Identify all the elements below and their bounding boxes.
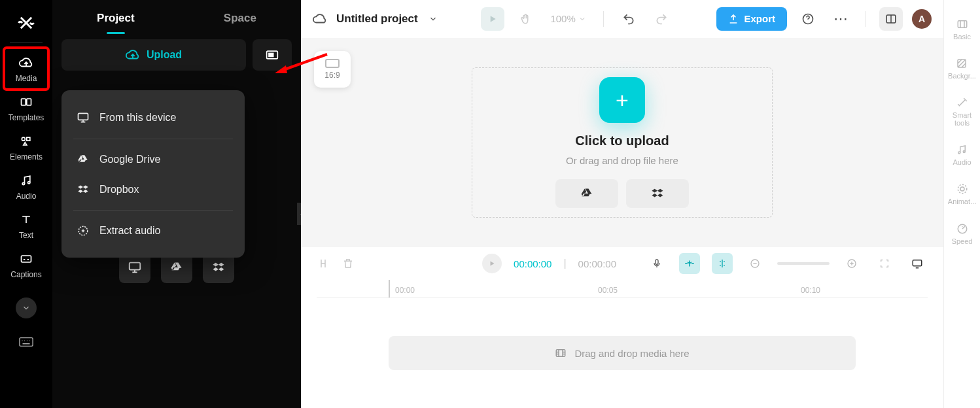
google-drive-icon <box>76 154 90 165</box>
aspect-ratio-button[interactable] <box>253 39 292 71</box>
cloud-upload-icon <box>19 56 33 70</box>
more-menu-button[interactable]: ⋯ <box>829 7 852 31</box>
app-logo <box>0 8 52 38</box>
zoom-level[interactable]: 100% <box>546 13 589 24</box>
monitor-icon <box>76 111 90 124</box>
timeline-total-time: 00:00:00 <box>578 258 616 269</box>
timeline-drop-track[interactable]: Drag and drop media here <box>389 336 856 370</box>
cloud-icon <box>313 12 327 26</box>
left-tool-rail: Media Templates Elements Audio Text <box>0 0 52 408</box>
media-panel: Project Space Upload <box>52 0 301 408</box>
timeline-current-time: 00:00:00 <box>514 258 551 269</box>
svg-point-25 <box>964 151 966 153</box>
upload-button[interactable]: Upload <box>61 39 246 71</box>
rail-item-media[interactable]: Media <box>5 49 47 88</box>
canvas-dropbox-button[interactable] <box>626 179 689 208</box>
svg-rect-21 <box>557 350 566 357</box>
playhead[interactable] <box>389 280 390 298</box>
zoom-out-button[interactable] <box>744 253 765 274</box>
rail-item-elements[interactable]: Elements <box>5 128 47 167</box>
track-drop-hint: Drag and drop media here <box>574 348 689 359</box>
rail-label: Elements <box>10 152 43 162</box>
keyboard-icon[interactable] <box>16 334 37 350</box>
upload-subtitle: Or drag and drop file here <box>566 155 678 166</box>
ruler-mark: 00:05 <box>598 286 618 295</box>
menu-item-extract-audio[interactable]: Extract audio <box>61 216 245 246</box>
aspect-ratio-badge[interactable]: 16:9 <box>314 51 351 88</box>
chevron-down-icon[interactable] <box>429 14 438 24</box>
rail-more-button[interactable] <box>16 298 37 318</box>
timeline-play-button[interactable] <box>482 254 502 273</box>
canvas-stage: 16:9 + Click to upload Or drag and drop … <box>301 38 943 247</box>
svg-rect-1 <box>27 99 31 105</box>
prop-item-basic[interactable]: Basic <box>953 18 971 41</box>
rail-item-templates[interactable]: Templates <box>5 88 47 128</box>
upload-plus-button[interactable]: + <box>599 77 645 123</box>
tab-space[interactable]: Space <box>219 4 262 33</box>
prop-item-animation[interactable]: Animat... <box>948 183 976 205</box>
zoom-in-button[interactable] <box>841 253 862 274</box>
menu-label: From this device <box>99 112 176 124</box>
split-button[interactable] <box>317 257 330 270</box>
user-avatar[interactable]: A <box>912 9 932 29</box>
play-preview-button <box>481 7 504 31</box>
rail-label: Templates <box>9 113 44 122</box>
hand-tool-button[interactable] <box>514 7 537 31</box>
snap-toggle-button[interactable] <box>679 253 700 274</box>
svg-point-24 <box>958 152 960 154</box>
timeline-zoom-slider[interactable] <box>777 262 830 265</box>
svg-rect-0 <box>22 99 26 105</box>
elements-icon <box>20 134 33 148</box>
dropbox-icon <box>76 184 90 196</box>
svg-rect-17 <box>656 260 658 264</box>
fit-timeline-button[interactable] <box>874 253 895 274</box>
timeline-controls: 00:00:00 | 00:00:00 <box>301 247 943 280</box>
prop-item-background[interactable]: Backgr... <box>948 58 976 80</box>
menu-item-dropbox[interactable]: Dropbox <box>61 175 245 205</box>
cloud-upload-icon <box>126 48 140 62</box>
svg-point-4 <box>22 182 24 184</box>
media-panel-tabs: Project Space <box>52 0 301 37</box>
menu-item-google-drive[interactable]: Google Drive <box>61 144 245 175</box>
prop-label: Backgr... <box>948 72 976 80</box>
prop-item-smart-tools[interactable]: Smart tools <box>944 97 980 127</box>
export-button[interactable]: Export <box>716 7 787 31</box>
rail-label: Text <box>19 231 33 240</box>
rail-item-captions[interactable]: Captions <box>5 245 47 284</box>
ruler-mark: 00:00 <box>395 286 415 295</box>
preview-link-toggle[interactable] <box>712 253 733 274</box>
panel-layout-toggle[interactable] <box>879 7 903 31</box>
timeline-fullscreen-button[interactable] <box>907 253 928 274</box>
prop-item-speed[interactable]: Speed <box>952 223 973 245</box>
svg-rect-20 <box>913 260 922 266</box>
upload-title: Click to upload <box>575 133 669 148</box>
prop-label: Audio <box>953 158 971 166</box>
redo-button[interactable] <box>650 7 673 31</box>
delete-button[interactable] <box>341 257 355 270</box>
project-title[interactable]: Untitled project <box>336 12 418 26</box>
mic-record-button[interactable] <box>646 253 667 274</box>
help-button[interactable] <box>796 7 820 31</box>
background-icon <box>956 58 968 69</box>
canvas-google-drive-button[interactable] <box>555 179 618 208</box>
editor-header: Untitled project 100% <box>301 0 943 38</box>
text-icon <box>20 212 33 227</box>
upload-menu: From this device Google Drive Dropbox <box>61 90 245 258</box>
svg-rect-9 <box>269 54 273 57</box>
timeline-ruler[interactable]: 00:00 00:05 00:10 <box>317 280 928 298</box>
property-rail: Basic Backgr... Smart tools Audio Animat… <box>943 0 980 408</box>
svg-rect-22 <box>958 21 967 28</box>
templates-icon <box>20 95 33 109</box>
film-icon <box>555 347 567 359</box>
canvas-upload-dropzone[interactable]: + Click to upload Or drag and drop file … <box>472 67 773 218</box>
rail-item-audio[interactable]: Audio <box>5 167 47 206</box>
svg-rect-6 <box>22 256 31 262</box>
export-label: Export <box>744 13 775 24</box>
tab-project[interactable]: Project <box>92 4 140 33</box>
prop-item-audio[interactable]: Audio <box>953 144 971 166</box>
ruler-mark: 00:10 <box>801 286 820 295</box>
rail-item-text[interactable]: Text <box>5 206 47 245</box>
prop-label: Smart tools <box>944 111 980 127</box>
undo-button[interactable] <box>617 7 640 31</box>
menu-item-from-device[interactable]: From this device <box>61 102 245 133</box>
